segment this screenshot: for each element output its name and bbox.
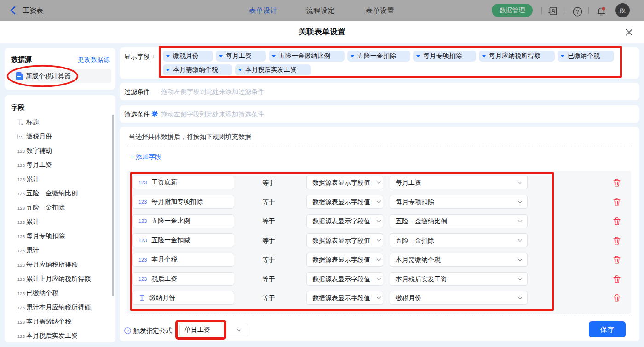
svg-text:?: ? — [126, 328, 129, 333]
svg-text:?: ? — [576, 9, 579, 15]
